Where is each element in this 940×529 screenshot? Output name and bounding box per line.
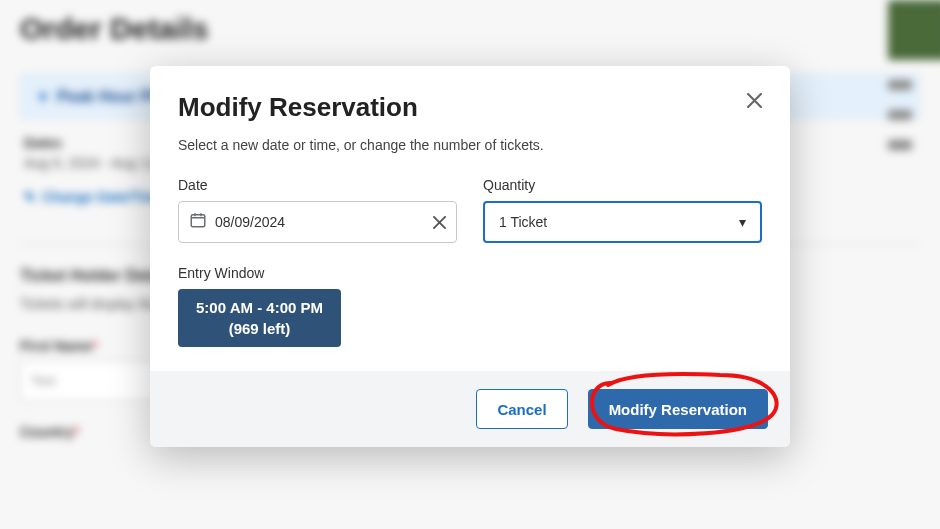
modal-subtitle: Select a new date or time, or change the…	[178, 137, 762, 153]
close-button[interactable]	[740, 86, 768, 114]
svg-rect-0	[191, 215, 205, 227]
modal-title: Modify Reservation	[178, 92, 762, 123]
date-label: Date	[178, 177, 457, 193]
cancel-button[interactable]: Cancel	[476, 389, 567, 429]
modify-reservation-button[interactable]: Modify Reservation	[588, 389, 768, 429]
close-icon	[747, 93, 762, 108]
date-input[interactable]	[207, 214, 433, 230]
date-input-wrap[interactable]	[178, 201, 457, 243]
entry-window-option[interactable]: 5:00 AM - 4:00 PM (969 left)	[178, 289, 341, 347]
calendar-icon	[189, 211, 207, 233]
entry-window-label: Entry Window	[178, 265, 762, 281]
modify-reservation-modal: Modify Reservation Select a new date or …	[150, 66, 790, 447]
quantity-value: 1 Ticket	[499, 214, 547, 230]
clear-date-button[interactable]	[433, 216, 446, 229]
caret-down-icon: ▾	[739, 214, 746, 230]
quantity-select[interactable]: 1 Ticket ▾	[483, 201, 762, 243]
entry-window-left: (969 left)	[229, 320, 291, 337]
modal-overlay: Modify Reservation Select a new date or …	[0, 0, 940, 529]
modal-footer: Cancel Modify Reservation	[150, 371, 790, 447]
x-icon	[433, 216, 446, 229]
entry-window-time: 5:00 AM - 4:00 PM	[196, 299, 323, 316]
quantity-label: Quantity	[483, 177, 762, 193]
